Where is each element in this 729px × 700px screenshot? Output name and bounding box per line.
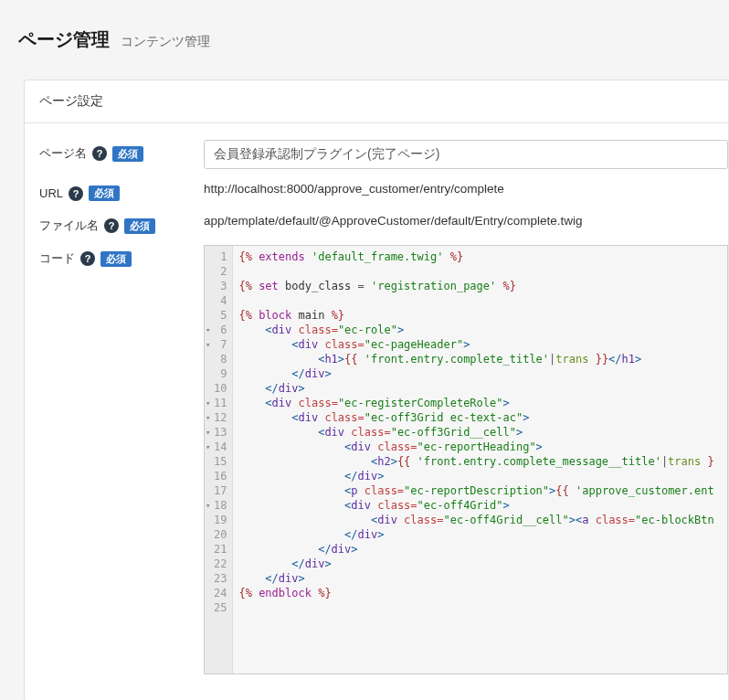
page-name-input[interactable] — [204, 140, 728, 169]
code-line[interactable]: </div> — [238, 542, 722, 557]
label-text: ページ名 — [39, 145, 87, 162]
code-line[interactable]: <div class="ec-off4Grid"> — [238, 498, 722, 513]
gutter-line: 22 — [214, 557, 227, 571]
row-file-name: ファイル名 ? 必須 app/template/default/@Approve… — [39, 212, 728, 234]
code-line[interactable]: {% set body_class = 'registration_page' … — [238, 279, 722, 293]
required-badge: 必須 — [124, 218, 155, 234]
help-icon[interactable]: ? — [80, 251, 95, 266]
code-line[interactable]: </div> — [238, 527, 722, 542]
code-line[interactable]: <div class="ec-off3Grid__cell"> — [238, 425, 722, 440]
help-icon[interactable]: ? — [104, 218, 119, 233]
settings-panel: ページ設定 ページ名 ? 必須 URL ? 必須 htt — [24, 80, 729, 700]
code-line[interactable]: <div class="ec-pageHeader"> — [238, 337, 722, 352]
code-line[interactable]: <div class="ec-registerCompleteRole"> — [238, 396, 722, 410]
gutter-line: 6 — [214, 323, 227, 337]
label-text: URL — [39, 186, 63, 200]
gutter-line: 19 — [214, 513, 227, 527]
gutter-line: 14 — [214, 440, 227, 454]
code-line[interactable] — [238, 293, 722, 308]
gutter-line: 24 — [214, 586, 227, 600]
row-url: URL ? 必須 http://localhost:8000/approve_c… — [39, 180, 728, 201]
code-line[interactable]: {% extends 'default_frame.twig' %} — [238, 249, 722, 264]
control-code: 1234567891011121314151617181920212223242… — [204, 245, 728, 674]
code-line[interactable]: {% endblock %} — [238, 586, 722, 600]
gutter-line: 17 — [214, 483, 227, 498]
label-page-name: ページ名 ? 必須 — [39, 140, 204, 162]
help-icon[interactable]: ? — [92, 146, 107, 161]
gutter-line: 13 — [214, 425, 227, 440]
code-gutter: 1234567891011121314151617181920212223242… — [205, 246, 233, 673]
code-line[interactable] — [238, 600, 722, 615]
file-name-value: app/template/default/@ApproveCustomer/de… — [204, 212, 728, 230]
gutter-line: 20 — [214, 527, 227, 542]
code-line[interactable]: </div> — [238, 469, 722, 483]
help-icon[interactable]: ? — [69, 186, 83, 201]
code-line[interactable]: <div class="ec-role"> — [238, 323, 722, 337]
code-line[interactable]: </div> — [238, 557, 722, 571]
gutter-line: 12 — [214, 410, 227, 425]
code-line[interactable]: <p class="ec-reportDescription">{{ 'appr… — [238, 483, 722, 498]
url-value: http://localhost:8000/approve_customer/e… — [204, 180, 728, 198]
panel-title: ページ設定 — [25, 80, 728, 123]
gutter-line: 2 — [214, 264, 227, 279]
row-code: コード ? 必須 1234567891011121314151617181920… — [39, 245, 728, 674]
gutter-line: 11 — [214, 396, 227, 410]
page-header: ページ管理 コンテンツ管理 — [18, 18, 729, 61]
label-file-name: ファイル名 ? 必須 — [39, 212, 204, 234]
code-line[interactable]: {% block main %} — [238, 308, 722, 323]
code-content[interactable]: {% extends 'default_frame.twig' %} {% se… — [233, 246, 727, 673]
gutter-line: 1 — [214, 249, 227, 264]
page-title: ページ管理 — [18, 29, 110, 49]
control-page-name — [204, 140, 728, 169]
required-badge: 必須 — [89, 186, 120, 201]
gutter-line: 10 — [214, 381, 227, 396]
label-code: コード ? 必須 — [39, 245, 204, 267]
row-page-name: ページ名 ? 必須 — [39, 140, 728, 169]
code-editor[interactable]: 1234567891011121314151617181920212223242… — [204, 245, 728, 674]
gutter-line: 21 — [214, 542, 227, 557]
code-line[interactable]: <h1>{{ 'front.entry.complete_title'|tran… — [238, 352, 722, 366]
control-file-name: app/template/default/@ApproveCustomer/de… — [204, 212, 728, 230]
gutter-line: 5 — [214, 308, 227, 323]
required-badge: 必須 — [112, 146, 143, 162]
gutter-line: 9 — [214, 366, 227, 381]
gutter-line: 8 — [214, 352, 227, 366]
gutter-line: 18 — [214, 498, 227, 513]
code-line[interactable]: </div> — [238, 366, 722, 381]
gutter-line: 7 — [214, 337, 227, 352]
code-line[interactable]: <div class="ec-off3Grid ec-text-ac"> — [238, 410, 722, 425]
gutter-line: 25 — [214, 600, 227, 615]
control-url: http://localhost:8000/approve_customer/e… — [204, 180, 728, 198]
label-text: コード — [39, 250, 75, 267]
gutter-line: 15 — [214, 454, 227, 469]
label-url: URL ? 必須 — [39, 180, 204, 201]
gutter-line: 23 — [214, 571, 227, 586]
gutter-line: 3 — [214, 279, 227, 293]
required-badge: 必須 — [100, 251, 132, 267]
code-line[interactable]: <h2>{{ 'front.entry.complete_message__ti… — [238, 454, 722, 469]
label-text: ファイル名 — [39, 217, 99, 234]
code-line[interactable]: </div> — [238, 381, 722, 396]
gutter-line: 4 — [214, 293, 227, 308]
gutter-line: 16 — [214, 469, 227, 483]
code-line[interactable]: </div> — [238, 571, 722, 586]
page-container: ページ管理 コンテンツ管理 ページ設定 ページ名 ? 必須 URL ? 必須 — [0, 0, 729, 700]
panel-body: ページ名 ? 必須 URL ? 必須 http://localhost:8000… — [25, 123, 728, 700]
page-subtitle: コンテンツ管理 — [121, 34, 210, 48]
code-line[interactable]: <div class="ec-reportHeading"> — [238, 440, 722, 454]
code-line[interactable]: <div class="ec-off4Grid__cell"><a class=… — [238, 513, 722, 527]
code-line[interactable] — [238, 264, 722, 279]
